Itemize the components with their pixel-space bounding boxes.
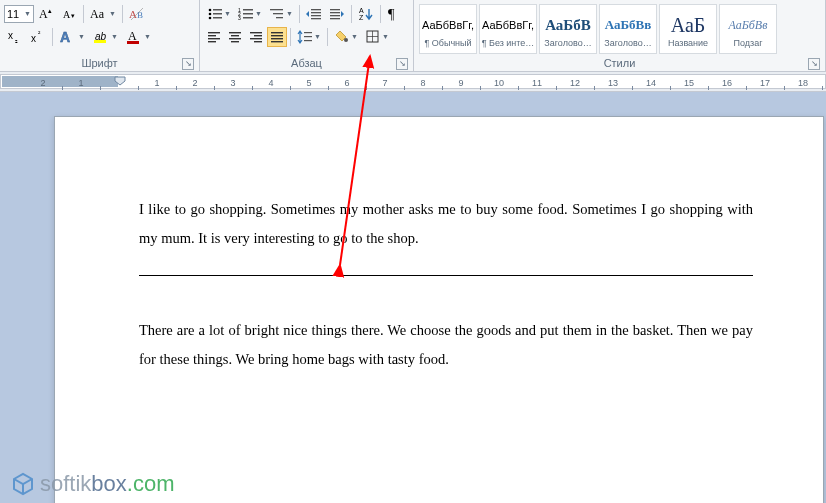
style-preview: АаБбВв	[729, 10, 768, 38]
bullet-list-button[interactable]: ▼	[204, 4, 234, 24]
align-left-button[interactable]	[204, 27, 224, 47]
ruler-number: 9	[458, 78, 463, 88]
svg-rect-55	[271, 35, 283, 36]
font-color-button[interactable]: A ▼	[122, 27, 154, 47]
line-spacing-button[interactable]: ▼	[294, 27, 324, 47]
grow-font-button[interactable]: A▴	[35, 4, 57, 24]
svg-rect-15	[127, 41, 139, 44]
number-list-button[interactable]: 123 ▼	[235, 4, 265, 24]
style-caption: ¶ Обычный	[420, 38, 476, 49]
svg-rect-47	[231, 35, 239, 36]
show-marks-button[interactable]: ¶	[384, 4, 404, 24]
styles-dialog-launcher[interactable]: ↘	[808, 58, 820, 70]
svg-text:A: A	[39, 7, 48, 21]
style-item-1[interactable]: АаБбВвГг,¶ Без инте…	[479, 4, 537, 54]
style-preview: АаБбВвГг,	[482, 10, 534, 38]
svg-text:Z: Z	[359, 14, 364, 21]
document-page[interactable]: I like to go shopping. Sometimes my moth…	[54, 116, 824, 503]
borders-button[interactable]: ▼	[362, 27, 392, 47]
ruler-number: 15	[684, 78, 694, 88]
svg-rect-49	[231, 41, 239, 42]
change-case-button[interactable]: Aa ▼	[87, 4, 119, 24]
paragraph-group: ▼ 123 ▼ ▼ AZ	[200, 0, 414, 71]
font-size-value: 11	[7, 8, 19, 20]
chevron-down-icon: ▼	[24, 10, 31, 17]
style-item-4[interactable]: АаБНазвание	[659, 4, 717, 54]
separator	[290, 28, 291, 46]
svg-text:▴: ▴	[48, 7, 52, 14]
justify-button[interactable]	[267, 27, 287, 47]
svg-text:A: A	[60, 29, 70, 45]
svg-rect-51	[254, 35, 262, 36]
chevron-down-icon: ▼	[255, 10, 262, 17]
ruler-number: 14	[646, 78, 656, 88]
svg-rect-52	[250, 38, 262, 39]
style-item-0[interactable]: АаБбВвГг,¶ Обычный	[419, 4, 477, 54]
increase-indent-button[interactable]	[326, 4, 348, 24]
separator	[380, 5, 381, 23]
svg-text:¶: ¶	[388, 7, 395, 22]
ruler-number: 13	[608, 78, 618, 88]
shrink-font-button[interactable]: A▾	[58, 4, 80, 24]
svg-rect-37	[330, 15, 340, 16]
svg-text:3: 3	[238, 15, 241, 21]
paragraph-dialog-launcher[interactable]: ↘	[396, 58, 408, 70]
ribbon: 11 ▼ A▴ A▾ Aa ▼ A B	[0, 0, 826, 72]
superscript-button[interactable]: x²	[27, 27, 49, 47]
svg-text:B: B	[137, 10, 143, 20]
svg-rect-33	[311, 15, 321, 16]
shading-button[interactable]: ▼	[331, 27, 361, 47]
paragraph-2[interactable]: There are a lot of bright nice things th…	[139, 316, 753, 374]
font-dialog-launcher[interactable]: ↘	[182, 58, 194, 70]
svg-rect-53	[254, 41, 262, 42]
ruler-number: 10	[494, 78, 504, 88]
separator	[327, 28, 328, 46]
watermark-icon	[10, 471, 36, 497]
style-item-5[interactable]: АаБбВвПодзаг	[719, 4, 777, 54]
svg-text:x: x	[8, 30, 13, 41]
align-right-button[interactable]	[246, 27, 266, 47]
ruler-number: 3	[230, 78, 235, 88]
svg-rect-35	[330, 9, 340, 10]
decrease-indent-button[interactable]	[303, 4, 325, 24]
subscript-button[interactable]: x₂	[4, 27, 26, 47]
ruler-number: 1	[154, 78, 159, 88]
style-item-2[interactable]: АаБбВЗаголово…	[539, 4, 597, 54]
styles-gallery[interactable]: АаБбВвГг,¶ ОбычныйАаБбВвГг,¶ Без инте…Аа…	[418, 2, 821, 56]
align-center-button[interactable]	[225, 27, 245, 47]
horizontal-ruler[interactable]: 21123456789101112131415161718	[0, 72, 826, 92]
ruler-number: 8	[420, 78, 425, 88]
multilevel-list-button[interactable]: ▼	[266, 4, 296, 24]
ruler-number: 12	[570, 78, 580, 88]
chevron-down-icon: ▼	[382, 33, 389, 40]
svg-text:A: A	[128, 29, 137, 43]
svg-rect-29	[273, 13, 283, 14]
styles-group: АаБбВвГг,¶ ОбычныйАаБбВвГг,¶ Без инте…Аа…	[414, 0, 826, 71]
document-workspace: I like to go shopping. Sometimes my moth…	[0, 92, 826, 503]
svg-text:A: A	[63, 9, 71, 20]
separator	[351, 5, 352, 23]
ruler-number: 5	[306, 78, 311, 88]
font-size-combo[interactable]: 11 ▼	[4, 5, 34, 23]
sort-button[interactable]: AZ	[355, 4, 377, 24]
svg-rect-54	[271, 32, 283, 33]
clear-formatting-button[interactable]: A B	[126, 4, 150, 24]
ruler-number: 2	[40, 78, 45, 88]
highlight-button[interactable]: ab ▼	[89, 27, 121, 47]
svg-rect-57	[271, 41, 283, 42]
svg-rect-59	[304, 36, 312, 37]
separator	[83, 5, 84, 23]
svg-rect-48	[229, 38, 241, 39]
first-line-indent-marker[interactable]	[114, 76, 126, 92]
svg-text:Aa: Aa	[90, 7, 105, 21]
svg-rect-19	[213, 13, 222, 15]
styles-group-label: Стили ↘	[418, 56, 821, 71]
ruler-number: 7	[382, 78, 387, 88]
paragraph-1[interactable]: I like to go shopping. Sometimes my moth…	[139, 195, 753, 253]
ruler-number: 18	[798, 78, 808, 88]
text-effects-button[interactable]: A ▼	[56, 27, 88, 47]
watermark: softikbox.com	[10, 471, 175, 497]
svg-rect-23	[243, 9, 253, 11]
style-item-3[interactable]: АаБбВвЗаголово…	[599, 4, 657, 54]
style-preview: АаБ	[671, 10, 706, 38]
